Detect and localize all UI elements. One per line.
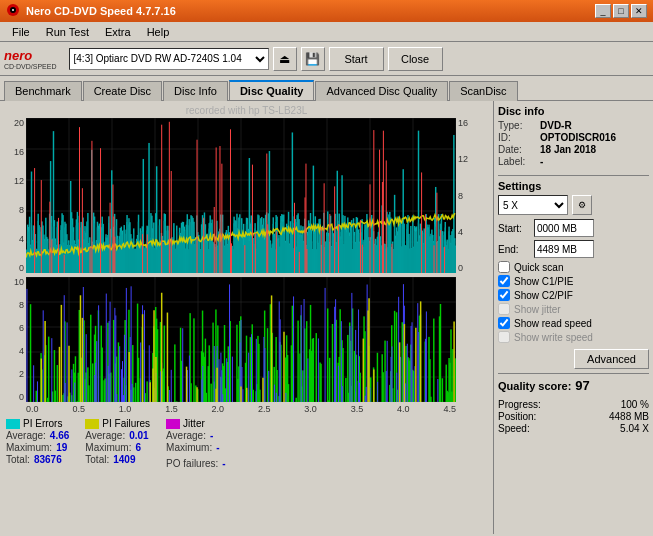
pi-failures-avg-label: Average: bbox=[85, 430, 125, 441]
y-axis-top-4: 4 bbox=[19, 234, 24, 244]
show-c1pie-checkbox[interactable] bbox=[498, 275, 510, 287]
tab-advanced-disc-quality[interactable]: Advanced Disc Quality bbox=[315, 81, 448, 101]
app-icon bbox=[6, 3, 22, 19]
pi-errors-total-label: Total: bbox=[6, 454, 30, 465]
drive-select[interactable]: [4:3] Optiarc DVD RW AD-7240S 1.04 bbox=[69, 48, 269, 70]
checkbox-quick-scan: Quick scan bbox=[498, 261, 649, 273]
tab-benchmark[interactable]: Benchmark bbox=[4, 81, 82, 101]
po-failures-label: PO failures: bbox=[166, 458, 218, 469]
title-text: Nero CD-DVD Speed 4.7.7.16 bbox=[26, 5, 595, 17]
tab-disc-quality[interactable]: Disc Quality bbox=[229, 80, 315, 100]
settings-gear-btn[interactable]: ⚙ bbox=[572, 195, 592, 215]
right-panel: Disc info Type: DVD-R ID: OPTODISCR016 D… bbox=[493, 101, 653, 534]
quality-score-value: 97 bbox=[575, 378, 589, 393]
y-axis-right-8: 8 bbox=[458, 191, 463, 201]
checkbox-jitter: Show jitter bbox=[498, 303, 649, 315]
advanced-button[interactable]: Advanced bbox=[574, 349, 649, 369]
menu-file[interactable]: File bbox=[4, 24, 38, 40]
x-4.5: 4.5 bbox=[443, 404, 456, 414]
legend-pi-failures: PI Failures Average: 0.01 Maximum: 6 Tot… bbox=[85, 418, 150, 465]
disc-date-label: Date: bbox=[498, 144, 536, 155]
show-c2pif-checkbox[interactable] bbox=[498, 289, 510, 301]
x-0.5: 0.5 bbox=[72, 404, 85, 414]
close-toolbar-button[interactable]: Close bbox=[388, 47, 443, 71]
pi-failures-max-value: 6 bbox=[135, 442, 141, 453]
y-axis-bot-4: 4 bbox=[19, 346, 24, 356]
menu-bar: File Run Test Extra Help bbox=[0, 22, 653, 42]
speed-value: 5.04 X bbox=[620, 423, 649, 434]
minimize-button[interactable]: _ bbox=[595, 4, 611, 18]
pi-failures-total-value: 1409 bbox=[113, 454, 135, 465]
quality-score-row: Quality score: 97 bbox=[498, 378, 649, 393]
show-read-speed-checkbox[interactable] bbox=[498, 317, 510, 329]
disc-id-value: OPTODISCR016 bbox=[540, 132, 616, 143]
start-button[interactable]: Start bbox=[329, 47, 384, 71]
speed-select[interactable]: 5 X 2 X 4 X 8 X Max bbox=[498, 195, 568, 215]
y-axis-top-20: 20 bbox=[14, 118, 24, 128]
tab-disc-info[interactable]: Disc Info bbox=[163, 81, 228, 101]
save-icon-btn[interactable]: 💾 bbox=[301, 47, 325, 71]
divider-1 bbox=[498, 175, 649, 176]
checkbox-read-speed: Show read speed bbox=[498, 317, 649, 329]
start-label: Start: bbox=[498, 223, 530, 234]
show-c1pie-label: Show C1/PIE bbox=[514, 276, 573, 287]
product-name: CD·DVD/SPEED bbox=[4, 63, 57, 70]
disc-id-label: ID: bbox=[498, 132, 536, 143]
legend-jitter: Jitter Average: - Maximum: - PO failures… bbox=[166, 418, 226, 469]
start-mb-input[interactable] bbox=[534, 219, 594, 237]
quick-scan-checkbox[interactable] bbox=[498, 261, 510, 273]
pi-errors-max-label: Maximum: bbox=[6, 442, 52, 453]
show-jitter-checkbox[interactable] bbox=[498, 303, 510, 315]
disc-type-label: Type: bbox=[498, 120, 536, 131]
y-axis-top-0: 0 bbox=[19, 263, 24, 273]
menu-help[interactable]: Help bbox=[139, 24, 178, 40]
progress-value: 100 % bbox=[621, 399, 649, 410]
disc-date-value: 18 Jan 2018 bbox=[540, 144, 596, 155]
y-axis-bot-2: 2 bbox=[19, 369, 24, 379]
window-controls: _ □ ✕ bbox=[595, 4, 647, 18]
disc-date-row: Date: 18 Jan 2018 bbox=[498, 144, 649, 155]
pi-errors-total-value: 83676 bbox=[34, 454, 62, 465]
checkbox-c1pie: Show C1/PIE bbox=[498, 275, 649, 287]
pi-failures-total-label: Total: bbox=[85, 454, 109, 465]
position-row: Position: 4488 MB bbox=[498, 411, 649, 422]
show-c2pif-label: Show C2/PIF bbox=[514, 290, 573, 301]
disc-info-title: Disc info bbox=[498, 105, 649, 117]
disc-type-value: DVD-R bbox=[540, 120, 572, 131]
x-3.5: 3.5 bbox=[351, 404, 364, 414]
position-label: Position: bbox=[498, 411, 536, 422]
y-axis-right-12: 12 bbox=[458, 154, 468, 164]
disc-id-row: ID: OPTODISCR016 bbox=[498, 132, 649, 143]
y-axis-right-0: 0 bbox=[458, 263, 463, 273]
settings-title: Settings bbox=[498, 180, 649, 192]
pi-failures-color bbox=[85, 419, 99, 429]
chart-title: recorded with hp TS-LB23L bbox=[4, 105, 489, 116]
po-failures-value: - bbox=[222, 458, 225, 469]
close-button[interactable]: ✕ bbox=[631, 4, 647, 18]
x-1.5: 1.5 bbox=[165, 404, 178, 414]
x-4.0: 4.0 bbox=[397, 404, 410, 414]
progress-row: Progress: 100 % bbox=[498, 399, 649, 410]
maximize-button[interactable]: □ bbox=[613, 4, 629, 18]
menu-run-test[interactable]: Run Test bbox=[38, 24, 97, 40]
legend: PI Errors Average: 4.66 Maximum: 19 Tota… bbox=[4, 414, 489, 473]
pi-failures-label: PI Failures bbox=[102, 418, 150, 429]
tab-create-disc[interactable]: Create Disc bbox=[83, 81, 162, 101]
show-jitter-label: Show jitter bbox=[514, 304, 561, 315]
menu-extra[interactable]: Extra bbox=[97, 24, 139, 40]
end-mb-input[interactable] bbox=[534, 240, 594, 258]
jitter-max-label: Maximum: bbox=[166, 442, 212, 453]
eject-icon-btn[interactable]: ⏏ bbox=[273, 47, 297, 71]
x-2.5: 2.5 bbox=[258, 404, 271, 414]
pi-errors-color bbox=[6, 419, 20, 429]
speed-settings-row: 5 X 2 X 4 X 8 X Max ⚙ bbox=[498, 195, 649, 215]
checkbox-c2pif: Show C2/PIF bbox=[498, 289, 649, 301]
checkbox-write-speed: Show write speed bbox=[498, 331, 649, 343]
x-1.0: 1.0 bbox=[119, 404, 132, 414]
quick-scan-label: Quick scan bbox=[514, 262, 563, 273]
jitter-avg-value: - bbox=[210, 430, 213, 441]
tab-scan-disc[interactable]: ScanDisc bbox=[449, 81, 517, 101]
y-axis-bot-0: 0 bbox=[19, 392, 24, 402]
show-write-speed-checkbox[interactable] bbox=[498, 331, 510, 343]
jitter-max-value: - bbox=[216, 442, 219, 453]
